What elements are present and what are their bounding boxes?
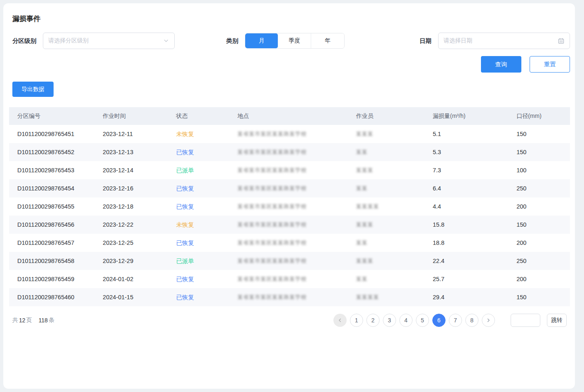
status-badge: 未恢复 — [176, 131, 194, 137]
cell-work-time: 2024-01-15 — [103, 288, 176, 306]
page-button-8[interactable]: 8 — [465, 314, 478, 327]
page-button-4[interactable]: 4 — [399, 314, 413, 327]
chevron-right-icon — [485, 317, 491, 323]
cell-partition-id: D1011200298765453 — [9, 161, 103, 179]
status-badge: 已恢复 — [176, 185, 194, 192]
reset-button[interactable]: 重置 — [530, 56, 570, 73]
export-row: 导出数据 — [9, 82, 570, 97]
table-row[interactable]: D1011200298765457 2023-12-25 已恢复 某省某市某区某… — [9, 234, 570, 252]
cell-partition-id: D1011200298765451 — [9, 125, 103, 143]
leak-events-panel: 漏损事件 分区级别 请选择分区级别 类别 月季度年 日期 请选择日期 — [3, 3, 575, 389]
cell-work-time: 2023-12-18 — [103, 197, 176, 216]
table-row[interactable]: D1011200298765451 2023-12-11 未恢复 某省某市某区某… — [9, 125, 570, 143]
cell-partition-id: D1011200298765454 — [9, 179, 103, 197]
page-button-1[interactable]: 1 — [350, 314, 363, 327]
cell-operator-masked: 某某某某 — [356, 203, 379, 210]
category-tab-季度[interactable]: 季度 — [278, 33, 311, 48]
total-items: 118 — [39, 317, 48, 324]
calendar-icon — [558, 38, 565, 45]
cell-operator-masked: 某某 — [356, 239, 368, 246]
date-label: 日期 — [420, 37, 432, 45]
table-row[interactable]: D1011200298765458 2023-12-29 已派单 某省某市某区某… — [9, 252, 570, 270]
pages-unit: 页 — [26, 317, 32, 324]
status-badge: 已恢复 — [176, 276, 194, 282]
page-button-7[interactable]: 7 — [449, 314, 462, 327]
cell-leakage: 5.3 — [433, 143, 516, 161]
table-row[interactable]: D1011200298765454 2023-12-16 已恢复 某省某市某区某… — [9, 179, 570, 197]
page-button-3[interactable]: 3 — [383, 314, 396, 327]
status-badge: 已恢复 — [176, 294, 194, 300]
next-page-button[interactable] — [482, 314, 495, 327]
table-row[interactable]: D1011200298765459 2024-01-02 已恢复 某省某市某区某… — [9, 270, 570, 288]
cell-leakage: 5.1 — [433, 125, 516, 143]
status-badge: 已恢复 — [176, 239, 194, 246]
cell-work-time: 2023-12-11 — [103, 125, 176, 143]
jump-page-input[interactable] — [511, 314, 540, 327]
pagination-summary: 共12页 118条 — [12, 317, 54, 324]
date-picker-input[interactable]: 请选择日期 — [438, 33, 570, 49]
cell-diameter: 200 — [516, 270, 570, 288]
cell-operator-masked: 某某某某 — [356, 293, 379, 301]
cell-leakage: 4.4 — [433, 197, 516, 216]
partition-level-placeholder: 请选择分区级别 — [48, 37, 89, 45]
cell-operator-masked: 某某某 — [356, 130, 373, 138]
table-row[interactable]: D1011200298765453 2023-12-14 已派单 某省某市某区某… — [9, 161, 570, 179]
export-data-button[interactable]: 导出数据 — [12, 82, 54, 97]
page-title: 漏损事件 — [9, 3, 570, 23]
column-header: 口径(mm) — [516, 107, 570, 125]
cell-work-time: 2023-12-16 — [103, 179, 176, 197]
filter-row: 分区级别 请选择分区级别 类别 月季度年 日期 请选择日期 — [9, 33, 570, 49]
table-row[interactable]: D1011200298765455 2023-12-18 已恢复 某省某市某区某… — [9, 197, 570, 216]
page-button-2[interactable]: 2 — [366, 314, 380, 327]
prev-page-button[interactable] — [333, 314, 347, 327]
cell-work-time: 2023-12-14 — [103, 161, 176, 179]
pagination-controls: 12345678 跳转 — [333, 314, 567, 327]
cell-location-masked: 某省某市某区某某路某学校 — [237, 148, 307, 156]
cell-diameter: 250 — [516, 179, 570, 197]
cell-diameter: 150 — [516, 288, 570, 306]
cell-location-masked: 某省某市某区某某路某学校 — [237, 293, 307, 301]
filter-date: 日期 请选择日期 — [420, 33, 570, 49]
page-number-list: 12345678 — [350, 314, 478, 327]
cell-partition-id: D1011200298765452 — [9, 143, 103, 161]
cell-location-masked: 某省某市某区某某路某学校 — [237, 275, 307, 283]
cell-location-masked: 某省某市某区某某路某学校 — [237, 167, 307, 174]
cell-work-time: 2023-12-25 — [103, 234, 176, 252]
table-row[interactable]: D1011200298765460 2024-01-15 已恢复 某省某市某区某… — [9, 288, 570, 306]
cell-partition-id: D1011200298765458 — [9, 252, 103, 270]
cell-diameter: 100 — [516, 161, 570, 179]
cell-leakage: 18.8 — [433, 234, 516, 252]
column-header: 地点 — [237, 107, 356, 125]
jump-button[interactable]: 跳转 — [547, 314, 567, 327]
cell-location-masked: 某省某市某区某某路某学校 — [237, 239, 307, 246]
leak-events-table: 分区编号作业时间状态地点作业员漏损量(m³/h)口径(mm) D10112002… — [9, 107, 570, 306]
status-badge: 已派单 — [176, 167, 194, 174]
partition-level-select[interactable]: 请选择分区级别 — [43, 33, 175, 49]
cell-partition-id: D1011200298765457 — [9, 234, 103, 252]
category-label: 类别 — [226, 37, 238, 45]
date-placeholder: 请选择日期 — [443, 37, 472, 45]
column-header: 状态 — [176, 107, 237, 125]
cell-diameter: 150 — [516, 143, 570, 161]
cell-partition-id: D1011200298765459 — [9, 270, 103, 288]
cell-location-masked: 某省某市某区某某路某学校 — [237, 221, 307, 228]
cell-leakage: 22.4 — [433, 252, 516, 270]
page-button-6[interactable]: 6 — [432, 314, 446, 327]
cell-work-time: 2023-12-29 — [103, 252, 176, 270]
category-tab-年[interactable]: 年 — [311, 33, 344, 48]
partition-level-label: 分区级别 — [12, 37, 36, 45]
total-pages: 12 — [19, 317, 26, 324]
cell-partition-id: D1011200298765455 — [9, 197, 103, 216]
page-button-5[interactable]: 5 — [416, 314, 429, 327]
cell-diameter: 200 — [516, 234, 570, 252]
cell-work-time: 2023-12-22 — [103, 216, 176, 234]
pagination: 共12页 118条 12345678 跳转 — [9, 314, 570, 327]
column-header: 分区编号 — [9, 107, 103, 125]
cell-operator-masked: 某某 — [356, 185, 368, 192]
table-row[interactable]: D1011200298765456 2023-12-22 未恢复 某省某市某区某… — [9, 216, 570, 234]
category-tab-月[interactable]: 月 — [245, 33, 278, 48]
chevron-left-icon — [337, 317, 343, 323]
column-header: 漏损量(m³/h) — [433, 107, 516, 125]
query-button[interactable]: 查询 — [481, 56, 521, 73]
table-row[interactable]: D1011200298765452 2023-12-13 已恢复 某省某市某区某… — [9, 143, 570, 161]
